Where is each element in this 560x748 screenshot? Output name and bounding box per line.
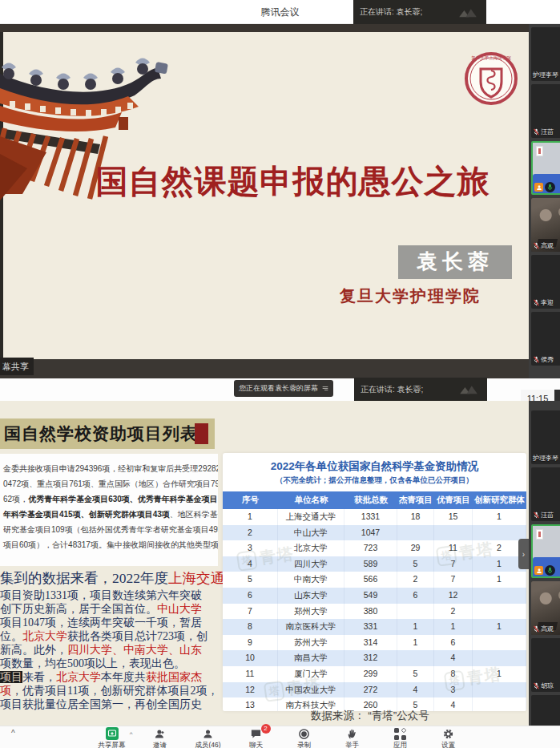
participant-thumbnail[interactable]: 高观 — [531, 581, 560, 635]
text-line: 项目资助1331项，项目数连续第六年突破 — [0, 588, 223, 602]
settings-gear-icon — [442, 727, 454, 740]
invite-button[interactable]: 邀请 — [143, 727, 178, 748]
table-row: 1上海交通大学133118151 — [223, 509, 526, 525]
table-row: 2中山大学1047 — [223, 525, 526, 541]
raise-hand-button[interactable]: 举手 — [335, 727, 370, 748]
table-cell: 13 — [223, 697, 278, 711]
table-cell — [473, 650, 526, 666]
participant-thumbnail[interactable]: 高观 — [531, 198, 560, 252]
analysis-text-block: 集到的数据来看，2022年度上海交通大学项目资助1331项，项目数连续第六年突破… — [0, 568, 223, 711]
table-cell: 7 — [434, 572, 473, 588]
table-cell — [397, 525, 434, 541]
participant-label: 侯秀 — [533, 355, 554, 364]
table-cell: 郑州大学 — [278, 604, 344, 620]
text-line: 项目1047项，连续两年突破一千项，暂居 — [0, 616, 223, 629]
record-button[interactable]: 录制 — [287, 727, 322, 748]
settings-button[interactable]: 设置 — [431, 727, 466, 748]
mic-active-icon — [545, 565, 555, 576]
participant-thumbnail[interactable] — [531, 524, 560, 578]
participant-thumbnail[interactable] — [531, 695, 560, 726]
table-cell: 7 — [223, 604, 278, 620]
text-line: 0472项、重点项目761项、重点国际（地区）合作研究项目79项、青年 — [3, 476, 218, 491]
section-banner: 国自然学校资助项目列表 — [0, 418, 215, 449]
members-button[interactable]: 成员(46) — [191, 727, 226, 748]
mic-muted-icon — [533, 128, 540, 135]
funding-table-card: 2022年各单位获国家自然科学基金资助情况 （不完全统计；据公开信息整理，仅含各… — [223, 453, 526, 711]
tencent-meeting-logo-icon — [457, 382, 481, 396]
picture-frame — [536, 146, 543, 156]
meeting-window: 腾讯会议 正在讲话: 袁长蓉; — [0, 0, 560, 748]
table-cell: 312 — [344, 650, 397, 666]
table-cell: 11 — [223, 666, 278, 682]
table-cell — [473, 635, 526, 651]
mic-active-icon — [545, 182, 555, 192]
table-cell: 3 — [223, 540, 278, 556]
table-row: 7郑州大学3802 — [223, 604, 526, 620]
table-cell: 589 — [344, 556, 397, 572]
col-header: 优青项目 — [434, 495, 473, 506]
sidebar-collapse-handle[interactable]: › — [518, 539, 529, 569]
record-icon — [298, 727, 310, 740]
table-cell: 5 — [223, 572, 278, 588]
table-header-row: 序号 单位名称 获批总数 杰青项目 优青项目 创新研究群体 — [223, 491, 526, 509]
table-body: 1上海交通大学1331181512中山大学10473北京大学723291124四… — [223, 509, 526, 711]
table-cell: 3 — [434, 682, 473, 698]
participant-thumbnail[interactable] — [531, 141, 560, 195]
participant-thumbnail[interactable]: 汪苗 — [531, 84, 560, 138]
participant-thumbnail[interactable]: 胡琼 — [531, 638, 560, 692]
watching-label: 您正在观看袁长蓉的屏幕 — [239, 383, 318, 394]
table-cell: 南昌大学 — [278, 650, 344, 666]
share-options-caret[interactable]: ^ — [130, 730, 133, 738]
participant-sidebar-bottom: 护理李琴 汪苗 — [529, 401, 560, 726]
table-cell: 中国农业大学 — [278, 682, 344, 698]
fudan-medical-college-logo: 复旦大学上海医学院 — [463, 46, 519, 115]
invite-icon — [154, 727, 166, 740]
table-cell — [434, 525, 473, 541]
participant-thumbnail[interactable]: 护理李琴 — [531, 410, 560, 464]
table-row: 9苏州大学31416 — [223, 635, 526, 651]
table-cell: 723 — [344, 540, 397, 556]
share-screen-icon — [106, 727, 119, 740]
presenter-badge-icon — [534, 183, 543, 192]
participant-label: 高观 — [533, 625, 554, 633]
table-cell — [397, 650, 434, 666]
text-line: 项目来看，北京大学本年度共获批国家杰 — [0, 670, 223, 684]
participant-label: 护理李琴 — [533, 454, 558, 463]
participant-thumbnail[interactable]: 李迎 — [531, 255, 560, 309]
text-line: 项目获批量位居全国第一，再创全国历史 — [0, 697, 223, 711]
table-cell: 7 — [434, 556, 473, 572]
table-cell — [473, 682, 526, 698]
table-cell: 4 — [223, 556, 278, 572]
table-cell — [473, 604, 526, 620]
participant-thumbnail[interactable]: 护理李琴 — [531, 27, 560, 81]
text-line: 项目60项），合计48317项。集中接收期间接收的其他类型项目正在评 — [3, 537, 218, 552]
text-line: 年科学基金项目415项、创新研究群体项目43项、地区科学基金项目 — [3, 507, 218, 522]
table-cell: 9 — [223, 635, 278, 651]
menu-icon[interactable] — [322, 385, 328, 392]
text-line: 项，优青项目11项，创新研究群体项目2项， — [0, 684, 223, 697]
table-row: 10南昌大学3124 — [223, 650, 526, 666]
presenter-name-box: 袁长蓉 — [398, 245, 512, 279]
participant-label: 汪苗 — [533, 127, 554, 136]
table-cell: 15 — [434, 509, 473, 525]
text-line: 创下历史新高，居于全国首位。中山大学 — [0, 602, 223, 616]
participant-thumbnail[interactable]: 侯秀 — [531, 312, 560, 366]
table-cell: 2 — [434, 604, 473, 620]
table-cell: 厦门大学 — [278, 666, 344, 682]
share-screen-button[interactable]: 共享屏幕 ^ — [95, 727, 130, 748]
table-cell: 1 — [397, 635, 434, 651]
table-cell: 1047 — [344, 525, 397, 541]
mic-muted-icon — [533, 625, 540, 633]
table-cell: 299 — [344, 666, 397, 682]
slide-title: 国自然课题申报的愚公之旅 — [62, 160, 523, 202]
table-cell: 4 — [434, 697, 473, 711]
shared-screen-bottom-bar — [0, 359, 529, 378]
table-cell: 苏州大学 — [278, 635, 344, 651]
banner-red-square — [195, 423, 208, 444]
table-cell: 4 — [434, 650, 473, 666]
mic-muted-icon — [533, 511, 540, 519]
participant-thumbnail[interactable]: 汪苗 — [531, 467, 560, 521]
apps-button[interactable]: 应用 — [383, 727, 418, 748]
presenter-badge-icon — [534, 566, 543, 575]
chat-button[interactable]: 聊天 2 — [239, 727, 274, 748]
